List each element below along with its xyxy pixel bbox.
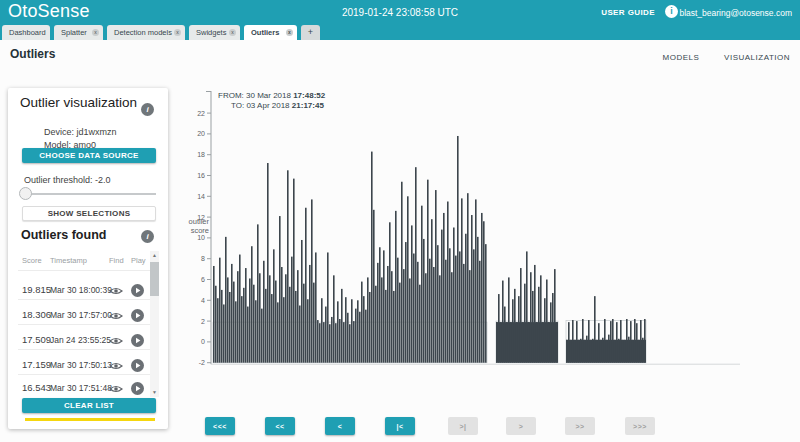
table-scrollbar[interactable]: ▲ ▼ bbox=[150, 251, 159, 397]
row-timestamp: Jan 24 23:55:25 bbox=[50, 335, 111, 345]
play-icon[interactable] bbox=[131, 382, 144, 395]
scrollbar-thumb[interactable] bbox=[150, 262, 159, 296]
svg-text:2: 2 bbox=[201, 318, 205, 325]
find-eye-icon[interactable] bbox=[109, 336, 123, 346]
tab-label: Swidgets bbox=[196, 28, 226, 37]
scroll-up-icon[interactable]: ▲ bbox=[150, 251, 159, 260]
scroll-down-icon[interactable]: ▼ bbox=[150, 388, 159, 397]
svg-text:18: 18 bbox=[197, 151, 205, 158]
page-last-button: >>> bbox=[625, 417, 655, 435]
row-score: 18.306 bbox=[22, 309, 51, 320]
tab-label: Dashboard bbox=[9, 28, 46, 37]
page-step-fwd-button: >| bbox=[448, 417, 478, 435]
page-title: Outliers bbox=[10, 47, 55, 61]
play-icon[interactable] bbox=[131, 359, 144, 372]
svg-text:22: 22 bbox=[197, 110, 205, 117]
tab-swidgets[interactable]: Swidgetsx bbox=[189, 25, 240, 40]
row-score: 16.543 bbox=[22, 382, 51, 393]
row-score: 17.509 bbox=[22, 334, 51, 345]
row-timestamp: Mar 30 17:57:00 bbox=[50, 310, 112, 320]
svg-text:20: 20 bbox=[197, 130, 205, 137]
find-eye-icon[interactable] bbox=[109, 311, 123, 321]
nav-models-link[interactable]: MODELS bbox=[663, 53, 700, 62]
close-icon[interactable]: x bbox=[92, 29, 99, 36]
show-selections-button[interactable]: SHOW SELECTIONS bbox=[22, 206, 156, 221]
outliers-found-info-icon[interactable]: i bbox=[141, 230, 154, 243]
svg-text:4: 4 bbox=[201, 297, 205, 304]
svg-text:8: 8 bbox=[201, 255, 205, 262]
page-fast-back-button[interactable]: << bbox=[265, 417, 295, 435]
find-eye-icon[interactable] bbox=[109, 286, 123, 296]
col-header-timestamp: Timestamp bbox=[50, 256, 87, 265]
threshold-slider-thumb[interactable] bbox=[19, 187, 32, 200]
tab-outliers[interactable]: Outliersx bbox=[244, 25, 297, 40]
svg-text:6: 6 bbox=[201, 276, 205, 283]
row-timestamp: Mar 30 18:00:39 bbox=[50, 285, 112, 295]
page-first-button[interactable]: <<< bbox=[205, 417, 235, 435]
account-email[interactable]: blast_bearing@otosense.com bbox=[679, 8, 792, 18]
panel-info-icon[interactable]: i bbox=[141, 103, 154, 116]
page-fast-fwd-button: >> bbox=[565, 417, 595, 435]
device-label: Device: jd1wxmzn bbox=[44, 127, 117, 137]
find-eye-icon[interactable] bbox=[109, 361, 123, 371]
close-icon[interactable]: x bbox=[229, 29, 236, 36]
play-icon[interactable] bbox=[131, 309, 144, 322]
tab-bar: Dashboard Splatterx Detection modelsx Sw… bbox=[0, 25, 800, 40]
tab-label: Detection models bbox=[114, 28, 172, 37]
col-header-find: Find bbox=[109, 256, 124, 265]
threshold-slider-track[interactable] bbox=[25, 193, 156, 195]
page-fwd-button: > bbox=[506, 417, 536, 435]
tab-add-button[interactable]: + bbox=[301, 25, 320, 40]
col-header-score: Score bbox=[22, 256, 42, 265]
col-header-play: Play bbox=[131, 256, 146, 265]
yellow-accent-line bbox=[25, 418, 155, 421]
svg-text:14: 14 bbox=[197, 193, 205, 200]
row-score: 17.159 bbox=[22, 359, 51, 370]
find-eye-icon[interactable] bbox=[109, 384, 123, 394]
svg-text:-2: -2 bbox=[199, 359, 205, 366]
row-score: 19.815 bbox=[22, 284, 51, 295]
page-step-back-button[interactable]: |< bbox=[385, 417, 415, 435]
outlier-threshold-label: Outlier threshold: -2.0 bbox=[24, 175, 111, 185]
svg-text:16: 16 bbox=[197, 172, 205, 179]
outliers-found-title: Outliers found bbox=[21, 228, 106, 242]
user-guide-link[interactable]: USER GUIDE bbox=[601, 8, 655, 17]
close-icon[interactable]: x bbox=[174, 29, 181, 36]
svg-text:10: 10 bbox=[197, 234, 205, 241]
tab-splatter[interactable]: Splatterx bbox=[54, 25, 103, 40]
header-info-icon[interactable]: i bbox=[665, 5, 678, 18]
svg-text:12: 12 bbox=[197, 214, 205, 221]
panel-title: Outlier visualization bbox=[20, 95, 137, 110]
close-icon[interactable]: x bbox=[286, 29, 293, 36]
outlier-chart: -20246810121416182022 bbox=[175, 85, 795, 385]
play-icon[interactable] bbox=[131, 284, 144, 297]
tab-detection-models[interactable]: Detection modelsx bbox=[107, 25, 185, 40]
view-nav: MODELS VISUALIZATION bbox=[641, 53, 790, 62]
play-icon[interactable] bbox=[131, 334, 144, 347]
app-screen: OtoSense 2019-01-24 23:08:58 UTC USER GU… bbox=[0, 0, 800, 442]
row-timestamp: Mar 30 17:50:13 bbox=[50, 360, 112, 370]
tab-dashboard[interactable]: Dashboard bbox=[2, 25, 50, 40]
choose-data-source-button[interactable]: CHOOSE DATA SOURCE bbox=[22, 148, 156, 163]
page-back-button[interactable]: < bbox=[325, 417, 355, 435]
tab-label: Outliers bbox=[251, 28, 279, 37]
clear-list-button[interactable]: CLEAR LIST bbox=[22, 398, 156, 413]
nav-visualization-link[interactable]: VISUALIZATION bbox=[724, 53, 790, 62]
row-timestamp: Mar 30 17:51:48 bbox=[50, 383, 112, 393]
outlier-visualization-panel: Outlier visualization i Device: jd1wxmzn… bbox=[8, 88, 168, 429]
app-header: OtoSense 2019-01-24 23:08:58 UTC USER GU… bbox=[0, 0, 800, 25]
svg-text:0: 0 bbox=[201, 338, 205, 345]
tab-label: Splatter bbox=[61, 28, 87, 37]
